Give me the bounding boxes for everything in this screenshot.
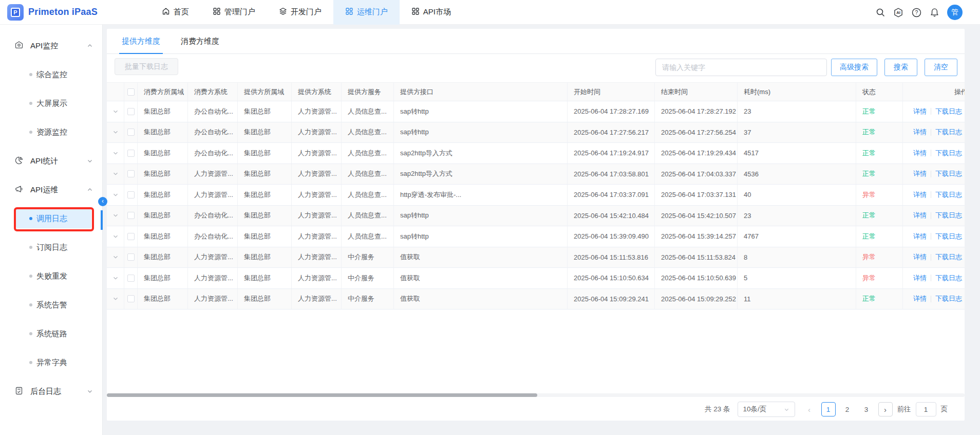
sidebar-item-exception-dictionary[interactable]: 异常字典 (0, 348, 102, 377)
row-expand-button[interactable] (107, 164, 124, 185)
download-log-link[interactable]: 下载日志 (935, 274, 962, 283)
sidebar-group-api-statistics[interactable]: API统计 (0, 147, 102, 175)
ai-assistant-icon[interactable]: AI (893, 7, 903, 17)
cell-provider-service: 人员信息查... (342, 143, 394, 164)
sidebar-item-call-logs[interactable]: 调用日志 (0, 204, 102, 233)
detail-link[interactable]: 详情 (913, 274, 927, 283)
detail-link[interactable]: 详情 (913, 169, 927, 178)
sidebar-item-system-links[interactable]: 系统链路 (0, 319, 102, 348)
row-expand-button[interactable] (107, 247, 124, 268)
row-checkbox[interactable] (124, 206, 138, 226)
cell-start-time: 2025-06-04 15:09:29.241 (568, 289, 655, 310)
row-expand-button[interactable] (107, 226, 124, 247)
action-divider (931, 233, 931, 240)
search-icon[interactable] (875, 7, 885, 17)
download-log-link[interactable]: 下载日志 (935, 107, 962, 116)
download-log-link[interactable]: 下载日志 (935, 128, 962, 137)
sidebar-item-big-screen[interactable]: 大屏展示 (0, 89, 102, 118)
download-log-link[interactable]: 下载日志 (935, 211, 962, 220)
table-row: 集团总部 人力资源管... 集团总部 人力资源管... 人员信息查... htt… (107, 185, 965, 206)
batch-download-button[interactable]: 批量下载日志 (115, 58, 178, 75)
detail-link[interactable]: 详情 (913, 128, 927, 137)
row-checkbox[interactable] (124, 247, 138, 268)
row-checkbox[interactable] (124, 101, 138, 122)
sidebar-group-api-monitor[interactable]: API监控 (0, 31, 102, 60)
detail-link[interactable]: 详情 (913, 149, 927, 158)
cell-provider-domain: 集团总部 (238, 268, 292, 288)
page-button-3[interactable]: 3 (859, 402, 874, 416)
download-log-link[interactable]: 下载日志 (935, 294, 962, 303)
detail-link[interactable]: 详情 (913, 211, 927, 220)
row-expand-button[interactable] (107, 206, 124, 226)
detail-link[interactable]: 详情 (913, 190, 927, 200)
sidebar-collapse-button[interactable]: ‹ (98, 197, 107, 206)
row-expand-button[interactable] (107, 101, 124, 122)
row-checkbox[interactable] (124, 164, 138, 185)
tab-provider-dimension[interactable]: 提供方维度 (122, 29, 160, 54)
nav-item-ops-portal[interactable]: 运维门户 (333, 0, 400, 25)
keyword-search-input[interactable] (655, 59, 827, 76)
detail-link[interactable]: 详情 (913, 252, 927, 262)
cell-end-time: 2025-06-04 15:39:14.257 (655, 226, 738, 247)
row-checkbox[interactable] (124, 143, 138, 164)
row-expand-button[interactable] (107, 268, 124, 288)
detail-link[interactable]: 详情 (913, 294, 927, 303)
next-page-button[interactable]: › (878, 402, 893, 416)
detail-link[interactable]: 详情 (913, 232, 927, 241)
prev-page-button[interactable]: ‹ (802, 402, 817, 416)
help-icon[interactable]: ? (911, 7, 921, 17)
cell-duration: 23 (738, 101, 856, 122)
cell-provider-service: 中介服务 (342, 247, 394, 268)
advanced-search-button[interactable]: 高级搜索 (831, 59, 877, 76)
row-checkbox[interactable] (124, 268, 138, 288)
cell-provider-domain: 集团总部 (238, 101, 292, 122)
nav-item-home[interactable]: 首页 (150, 0, 201, 25)
select-all-checkbox[interactable] (124, 83, 138, 101)
sidebar-item-failure-resend[interactable]: 失败重发 (0, 262, 102, 291)
row-checkbox[interactable] (124, 226, 138, 247)
brand-logo-icon: P (7, 4, 24, 21)
clear-button[interactable]: 清空 (925, 59, 957, 76)
row-checkbox[interactable] (124, 122, 138, 143)
page-jump-input[interactable] (916, 402, 936, 416)
page-button-2[interactable]: 2 (840, 402, 855, 416)
nav-item-admin-portal[interactable]: 管理门户 (201, 0, 267, 25)
cell-actions: 详情 下载日志 (903, 185, 965, 205)
cell-actions: 详情 下载日志 (903, 164, 965, 185)
cell-provider-system: 人力资源管... (292, 143, 342, 164)
row-checkbox[interactable] (124, 289, 138, 310)
row-expand-button[interactable] (107, 185, 124, 205)
sidebar-item-resource-monitor[interactable]: 资源监控 (0, 118, 102, 147)
notification-bell-icon[interactable] (929, 7, 939, 17)
search-button[interactable]: 搜索 (884, 59, 917, 76)
horizontal-scrollbar-thumb[interactable] (107, 393, 537, 397)
sidebar-group-backend-logs[interactable]: 后台日志 (0, 377, 102, 406)
nav-item-dev-portal[interactable]: 开发门户 (267, 0, 333, 25)
cell-duration: 23 (738, 206, 856, 226)
row-expand-button[interactable] (107, 143, 124, 164)
cell-duration: 40 (738, 185, 856, 205)
row-expand-button[interactable] (107, 289, 124, 310)
tab-consumer-dimension[interactable]: 消费方维度 (181, 29, 219, 54)
sidebar-item-subscription-logs[interactable]: 订阅日志 (0, 233, 102, 262)
user-avatar[interactable]: 管 (947, 5, 963, 20)
download-log-link[interactable]: 下载日志 (935, 232, 962, 241)
download-log-link[interactable]: 下载日志 (935, 169, 962, 178)
sidebar-group-api-ops[interactable]: API运维 (0, 175, 102, 204)
sidebar-item-comprehensive-monitor[interactable]: 综合监控 (0, 60, 102, 89)
row-expand-button[interactable] (107, 122, 124, 143)
sidebar-item-system-alerts[interactable]: 系统告警 (0, 291, 102, 319)
cell-provider-api: 值获取 (394, 268, 568, 288)
cell-provider-api: sap转http (394, 226, 568, 247)
page-size-select[interactable]: 10条/页 (738, 402, 795, 417)
download-log-link[interactable]: 下载日志 (935, 252, 962, 262)
page-button-1[interactable]: 1 (821, 402, 836, 416)
row-checkbox[interactable] (124, 185, 138, 205)
download-log-link[interactable]: 下载日志 (935, 190, 962, 200)
download-log-link[interactable]: 下载日志 (935, 149, 962, 158)
detail-link[interactable]: 详情 (913, 107, 927, 116)
cell-duration: 4536 (738, 164, 856, 185)
svg-text:?: ? (915, 9, 918, 15)
cell-provider-system: 人力资源管... (292, 247, 342, 268)
nav-item-api-market[interactable]: API市场 (400, 0, 463, 25)
